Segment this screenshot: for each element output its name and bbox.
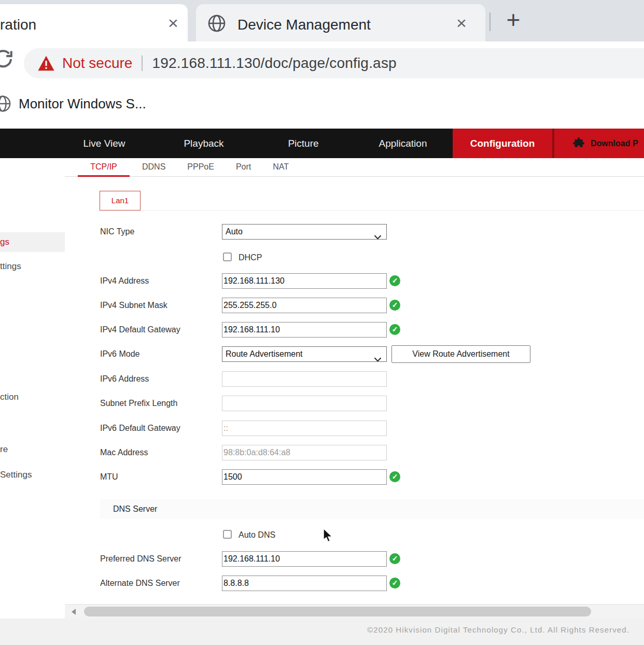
- ipv6-mode-label: IPv6 Mode: [100, 346, 220, 362]
- ipv6-address-input: [222, 371, 387, 387]
- footer-bar: ©2020 Hikvision Digital Technology Co., …: [0, 619, 644, 645]
- ipv4-default-gateway-label: IPv4 Default Gateway: [100, 322, 220, 338]
- dhcp-checkbox-label: DHCP: [239, 253, 262, 262]
- scrollbar-thumb[interactable]: [84, 607, 591, 616]
- scroll-left-arrow-icon[interactable]: [72, 609, 76, 615]
- auto-dns-checkbox[interactable]: [223, 530, 232, 539]
- mac-address-label: Mac Address: [100, 445, 220, 460]
- section-title: DNS Server: [113, 504, 157, 513]
- valid-check-icon: ✓: [389, 471, 400, 482]
- view-route-advertisement-button[interactable]: View Route Advertisement: [391, 345, 530, 363]
- valid-check-icon: ✓: [389, 300, 400, 311]
- ipv4-subnet-mask-label: IPv4 Subnet Mask: [100, 298, 220, 313]
- ipv4-address-input[interactable]: [222, 273, 387, 289]
- ipv6-default-gateway-input: [222, 420, 387, 436]
- tcpip-form: Lan1 NIC TypeAutoDHCPIPv4 Address✓IPv4 S…: [0, 0, 644, 645]
- chevron-down-icon: [374, 352, 382, 367]
- ipv6-address-label: IPv6 Address: [100, 371, 220, 387]
- auto-dns-checkbox-label: Auto DNS: [239, 530, 275, 540]
- mtu-input[interactable]: [222, 469, 387, 485]
- horizontal-scrollbar[interactable]: [65, 604, 644, 619]
- chevron-down-icon: [374, 230, 382, 244]
- select-value: Route Advertisement: [226, 349, 303, 358]
- nic-type-select[interactable]: Auto: [222, 224, 387, 240]
- dns-server-section-header: DNS Server: [100, 499, 644, 519]
- select-value: Auto: [226, 227, 243, 236]
- valid-check-icon: ✓: [389, 553, 400, 564]
- preferred-dns-server-label: Preferred DNS Server: [100, 551, 220, 567]
- valid-check-icon: ✓: [389, 578, 400, 588]
- alternate-dns-server-input[interactable]: [222, 576, 387, 591]
- copyright-text: ©2020 Hikvision Digital Technology Co., …: [367, 625, 629, 634]
- alternate-dns-server-label: Alternate DNS Server: [100, 576, 220, 591]
- mac-address-input: [222, 445, 387, 460]
- mouse-cursor: [320, 528, 335, 543]
- subnet-prefix-length-label: Subnet Prefix Length: [100, 396, 220, 411]
- ipv4-address-label: IPv4 Address: [100, 273, 220, 289]
- subnet-prefix-length-input: [222, 396, 387, 411]
- dhcp-checkbox[interactable]: [223, 253, 232, 261]
- preferred-dns-server-input[interactable]: [222, 551, 387, 567]
- mtu-label: MTU: [100, 469, 220, 485]
- ipv6-mode-select[interactable]: Route Advertisement: [222, 346, 387, 362]
- lan1-tab[interactable]: Lan1: [100, 191, 141, 211]
- ipv4-subnet-mask-input[interactable]: [222, 298, 387, 313]
- screen: ration × Device Management × +: [0, 0, 644, 645]
- lan-tab-underline: [100, 210, 644, 211]
- valid-check-icon: ✓: [389, 324, 400, 335]
- ipv6-default-gateway-label: IPv6 Default Gateway: [100, 420, 220, 436]
- nic-type-label: NIC Type: [100, 224, 220, 240]
- valid-check-icon: ✓: [389, 275, 400, 286]
- ipv4-default-gateway-input[interactable]: [222, 322, 387, 338]
